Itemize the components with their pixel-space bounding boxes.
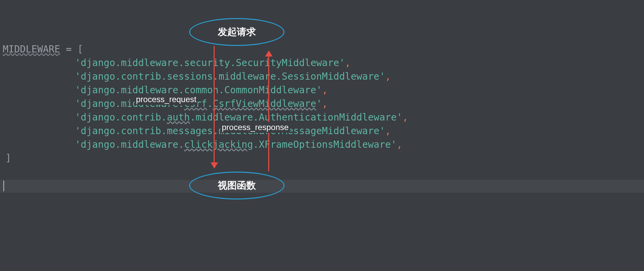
middleware-string-3: 'django.middleware.common.CommonMiddlewa…	[75, 84, 322, 96]
code-line-1: 'django.middleware.security.SecurityMidd…	[3, 56, 408, 70]
comma-6: ,	[385, 125, 391, 137]
closing-bracket: ]	[3, 153, 11, 164]
middleware-string-4: 'django.middleware.csrf.CsrfViewMiddlewa…	[75, 98, 322, 109]
comma-3: ,	[322, 84, 328, 96]
equals-bracket: = [	[60, 44, 83, 55]
code-line-6: 'django.contrib.messages.middleware.Mess…	[3, 124, 408, 138]
code-line-declaration: MIDDLEWARE = [	[3, 43, 408, 56]
process-response-label: process_response	[220, 122, 290, 133]
middleware-string-5: 'django.contrib.auth.middleware.Authenti…	[75, 112, 402, 123]
comma-4: ,	[322, 98, 328, 109]
middleware-string-1: 'django.middleware.security.SecurityMidd…	[75, 57, 345, 68]
middleware-string-2: 'django.contrib.sessions.middleware.Sess…	[75, 71, 385, 82]
code-line-3: 'django.middleware.common.CommonMiddlewa…	[3, 83, 408, 97]
code-line-closing: ]	[3, 152, 408, 165]
code-line-5: 'django.contrib.auth.middleware.Authenti…	[3, 111, 408, 124]
request-origin-node: 发起请求	[189, 18, 285, 46]
process-request-label: process_request	[135, 94, 198, 105]
middleware-string-7: 'django.middleware.clickjacking.XFrameOp…	[75, 139, 397, 150]
comma-1: ,	[345, 57, 351, 68]
code-block: MIDDLEWARE = [ 'django.middleware.securi…	[3, 43, 408, 165]
view-function-label: 视图函数	[218, 179, 256, 192]
middleware-keyword: MIDDLEWARE	[3, 44, 60, 55]
request-arrow-down	[214, 46, 215, 168]
code-line-4: 'django.middleware.csrf.CsrfViewMiddlewa…	[3, 97, 408, 111]
cursor-line-highlight	[0, 180, 644, 193]
view-function-node: 视图函数	[189, 172, 285, 200]
comma-2: ,	[385, 71, 391, 82]
code-line-7: 'django.middleware.clickjacking.XFrameOp…	[3, 138, 408, 152]
comma-5: ,	[402, 112, 408, 123]
comma-7: ,	[397, 139, 402, 150]
request-origin-label: 发起请求	[218, 26, 256, 38]
text-cursor	[3, 180, 4, 191]
response-arrow-up	[268, 51, 269, 171]
code-line-2: 'django.contrib.sessions.middleware.Sess…	[3, 70, 408, 83]
response-arrow-line	[268, 56, 269, 171]
